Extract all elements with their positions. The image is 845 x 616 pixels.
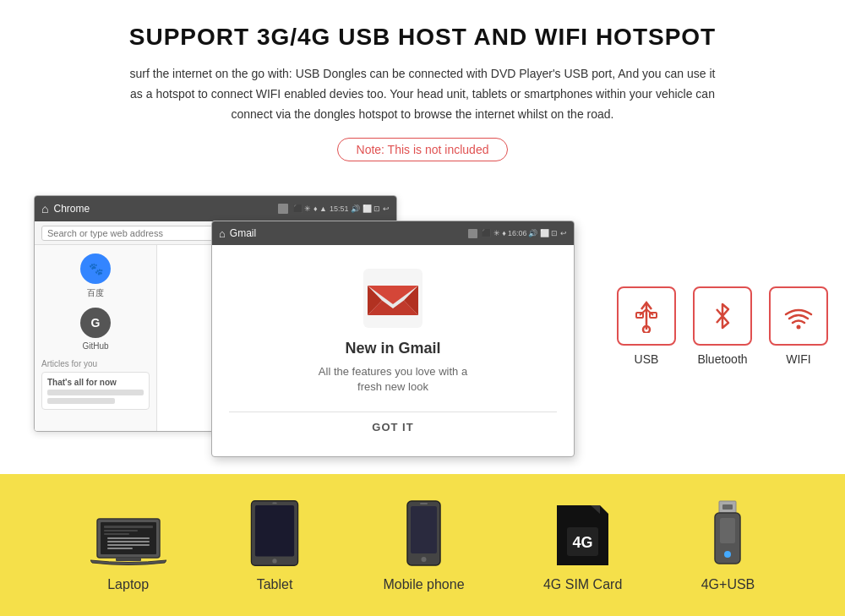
page-title: SUPPORT 3G/4G USB HOST AND WIFI HOTSPOT [51,24,794,51]
svg-rect-15 [107,548,133,549]
sim-symbol-icon: 4G [555,504,610,567]
articles-label: Articles for you [41,359,150,368]
svg-point-26 [422,557,427,562]
wifi-icon-box [769,286,828,346]
gmail-window: ⌂ Gmail ⬛ ✳ ♦ 16:06 🔊 ⬜ ⊡ ↩ [211,221,575,457]
wifi-label: WIFI [786,352,811,366]
sim-label: 4G SIM Card [543,577,622,592]
app-icon-baidu: 🐾 百度 [41,253,150,299]
laptop-label: Laptop [107,577,149,592]
note-box: Note: This is not included [337,138,509,161]
svg-text:4G: 4G [573,534,593,551]
usb-stick-symbol-icon [706,499,749,567]
blurred-text-2 [47,398,115,404]
middle-section: ⌂ Chrome ⬛ ✳ ♦ ▲ 15:51 🔊 ⬜ ⊡ ↩ ⧉ ⋮ 🐾 [0,195,845,474]
wifi-symbol-icon [782,299,815,333]
device-sim: 4G 4G SIM Card [543,504,622,592]
tablet-label: Tablet [257,577,293,592]
svg-rect-32 [722,504,733,510]
svg-point-9 [797,325,801,330]
browser-tab-title: Chrome [53,203,272,215]
mobile-icon [405,499,443,567]
blurred-text-1 [47,390,144,395]
svg-rect-23 [272,503,276,504]
top-section: SUPPORT 3G/4G USB HOST AND WIFI HOTSPOT … [0,0,845,195]
connection-icons-section: USB Bluetooth [617,286,828,366]
svg-rect-16 [104,526,153,528]
usb-symbol-icon [630,299,663,333]
gmail-got-it-button[interactable]: GOT IT [372,421,413,433]
laptop-symbol-icon [90,512,166,567]
svg-point-22 [272,559,276,564]
thats-all-box: That's all for now [41,372,150,410]
device-laptop: Laptop [90,512,166,592]
gmail-stop-icon [468,229,477,238]
description-text: surf the internet on the go with: USB Do… [127,64,718,124]
browser-statusbar: ⌂ Chrome ⬛ ✳ ♦ ▲ 15:51 🔊 ⬜ ⊡ ↩ [35,196,396,221]
gmail-content: New in Gmail All the features you love w… [212,245,574,456]
device-tablet: Tablet [245,499,304,592]
svg-rect-12 [107,537,150,539]
device-mobile: Mobile phone [383,499,464,592]
app-icon-github: G GitHub [41,308,150,351]
usb-stick-label: 4G+USB [701,577,755,592]
conn-icons-row: USB Bluetooth [617,286,828,366]
gmail-tab-title: Gmail [230,227,465,239]
svg-rect-14 [107,544,150,546]
phone-mockup: ⌂ Chrome ⬛ ✳ ♦ ▲ 15:51 🔊 ⬜ ⊡ ↩ ⧉ ⋮ 🐾 [34,195,592,457]
gmail-home-icon: ⌂ [219,227,226,240]
tablet-symbol-icon [245,499,304,567]
mobile-symbol-icon [405,499,443,567]
gmail-status-icons: ⬛ ✳ ♦ 16:06 🔊 ⬜ ⊡ ↩ [482,229,567,237]
usb-icon-item: USB [617,286,676,366]
svg-rect-21 [255,506,294,557]
svg-rect-18 [104,533,129,535]
usb-icon-box [617,286,676,346]
home-icon: ⌂ [41,202,48,215]
bluetooth-symbol-icon [706,299,739,333]
sim-icon: 4G [555,504,610,567]
bluetooth-label: Bluetooth [697,352,747,366]
usb-label: USB [635,352,659,366]
gmail-time: 16:06 [508,229,527,237]
browser-sidebar: 🐾 百度 G GitHub Articles for you That's al… [35,245,157,431]
svg-rect-13 [107,541,150,542]
usb-stick-icon [706,499,749,567]
gmail-subtitle: All the features you love with a fresh n… [308,364,477,395]
svg-rect-19 [116,558,141,561]
browser-time: 15:51 [330,204,349,213]
svg-rect-27 [420,503,428,504]
bottom-section: Laptop Tablet Mobile phone [0,474,845,616]
svg-rect-25 [411,506,437,553]
gmail-statusbar: ⌂ Gmail ⬛ ✳ ♦ 16:06 🔊 ⬜ ⊡ ↩ [212,221,574,245]
browser-status-icons: ⬛ ✳ ♦ ▲ 15:51 🔊 ⬜ ⊡ ↩ [293,204,390,213]
laptop-icon [90,512,166,567]
gmail-title: New in Gmail [345,340,440,357]
svg-rect-17 [104,530,138,532]
device-usb-stick: 4G+USB [701,499,755,592]
svg-point-35 [724,551,731,558]
gmail-divider [229,412,557,412]
gmail-logo-icon [363,269,422,328]
wifi-icon-item: WIFI [769,286,828,366]
browser-stop-icon [278,204,288,214]
bluetooth-icon-box [693,286,752,346]
svg-rect-34 [720,518,735,543]
bluetooth-icon-item: Bluetooth [693,286,752,366]
mobile-label: Mobile phone [383,577,464,592]
tablet-icon [245,499,304,567]
